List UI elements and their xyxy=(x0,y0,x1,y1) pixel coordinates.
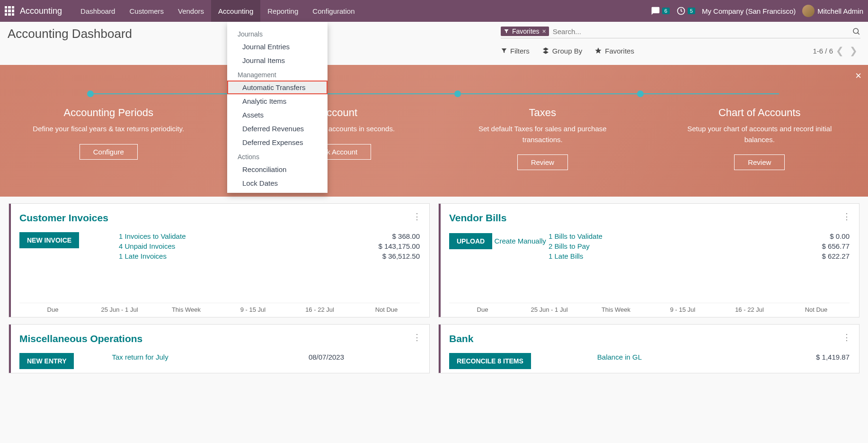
card-title[interactable]: Customer Invoices xyxy=(19,212,420,224)
dropdown-section-management: Management xyxy=(227,67,328,81)
funnel-icon xyxy=(504,28,509,34)
favorites-button[interactable]: Favorites xyxy=(594,47,634,55)
metric-link[interactable]: 2 Bills to Pay xyxy=(549,242,590,250)
nav-dashboard[interactable]: Dashboard xyxy=(73,0,122,22)
new-entry-button[interactable]: NEW ENTRY xyxy=(19,353,74,369)
chart-labels: Due 25 Jun - 1 Jul This Week 9 - 15 Jul … xyxy=(449,306,850,313)
pager-text: 1-6 / 6 xyxy=(813,47,833,55)
nav-accounting[interactable]: Accounting xyxy=(211,0,260,22)
card-menu-icon[interactable]: ⋮ xyxy=(413,211,422,222)
configure-button[interactable]: Configure xyxy=(80,144,138,160)
company-switcher[interactable]: My Company (San Francisco) xyxy=(702,7,796,15)
metric-link[interactable]: 1 Late Invoices xyxy=(119,252,167,260)
search-chip-favorites[interactable]: Favorites × xyxy=(501,27,549,36)
new-invoice-button[interactable]: NEW INVOICE xyxy=(19,232,79,248)
svg-point-1 xyxy=(853,28,859,34)
user-menu[interactable]: Mitchell Admin xyxy=(802,5,863,17)
accounting-dropdown: Journals Journal Entries Journal Items M… xyxy=(227,22,328,193)
cards-row-2: ⋮ Miscellaneous Operations NEW ENTRY Tax… xyxy=(0,317,868,373)
card-title[interactable]: Miscellaneous Operations xyxy=(19,333,420,344)
groupby-button[interactable]: Group By xyxy=(542,47,582,55)
menu-journal-items[interactable]: Journal Items xyxy=(227,54,328,67)
menu-assets[interactable]: Assets xyxy=(227,108,328,122)
create-manually-link[interactable]: Create Manually xyxy=(495,237,546,245)
dropdown-section-journals: Journals xyxy=(227,27,328,40)
star-icon xyxy=(594,47,602,54)
balance-value: $ 1,419.87 xyxy=(816,353,850,369)
banner-close-icon[interactable]: × xyxy=(855,70,861,82)
activities-button[interactable]: 5 xyxy=(676,6,695,16)
messages-button[interactable]: 6 xyxy=(651,6,670,16)
banner-step-coa: Chart of Accounts Setup your chart of ac… xyxy=(651,65,868,197)
card-title[interactable]: Vendor Bills xyxy=(449,212,850,224)
pager-next[interactable]: ❯ xyxy=(847,45,860,56)
card-menu-icon[interactable]: ⋮ xyxy=(842,211,851,222)
card-title[interactable]: Bank xyxy=(449,333,850,344)
dropdown-section-actions: Actions xyxy=(227,149,328,163)
menu-journal-entries[interactable]: Journal Entries xyxy=(227,40,328,54)
menu-reconciliation[interactable]: Reconciliation xyxy=(227,163,328,176)
chat-icon xyxy=(651,6,660,16)
clock-icon xyxy=(676,6,686,16)
menu-deferred-expenses[interactable]: Deferred Expenses xyxy=(227,136,328,149)
search-icon[interactable] xyxy=(852,27,860,36)
filters-button[interactable]: Filters xyxy=(501,47,530,55)
customer-invoices-card: ⋮ Customer Invoices NEW INVOICE 1 Invoic… xyxy=(9,203,430,317)
layers-icon xyxy=(542,47,549,54)
metric-link[interactable]: 1 Invoices to Validate xyxy=(119,232,186,240)
reconcile-button[interactable]: RECONCILE 8 ITEMS xyxy=(449,353,531,369)
funnel-icon xyxy=(501,47,507,54)
messages-badge: 6 xyxy=(662,8,670,14)
menu-automatic-transfers[interactable]: Automatic Transfers xyxy=(227,81,328,94)
tax-return-date: 08/07/2023 xyxy=(309,353,420,369)
tax-return-link[interactable]: Tax return for July xyxy=(74,353,308,369)
apps-icon[interactable] xyxy=(5,6,14,16)
review-taxes-button[interactable]: Review xyxy=(517,154,568,170)
review-coa-button[interactable]: Review xyxy=(734,154,785,170)
cards-row-1: ⋮ Customer Invoices NEW INVOICE 1 Invoic… xyxy=(0,197,868,317)
metric-link[interactable]: 4 Unpaid Invoices xyxy=(119,242,175,250)
control-row: Accounting Dashboard Favorites × Filters… xyxy=(0,22,868,56)
metric-link[interactable]: 1 Late Bills xyxy=(549,252,583,260)
page-title: Accounting Dashboard xyxy=(8,27,132,41)
banner-step-taxes: Taxes Set default Taxes for sales and pu… xyxy=(434,65,651,197)
vendor-bills-card: ⋮ Vendor Bills UPLOAD Create Manually 1 … xyxy=(438,203,859,317)
filter-row: Filters Group By Favorites 1-6 / 6 ❮ ❯ xyxy=(501,45,860,56)
pager: 1-6 / 6 ❮ ❯ xyxy=(813,45,860,56)
menu-analytic-items[interactable]: Analytic Items xyxy=(227,94,328,108)
activities-badge: 5 xyxy=(688,8,695,14)
card-menu-icon[interactable]: ⋮ xyxy=(842,332,851,343)
search-area: Favorites × Filters Group By Favorites 1… xyxy=(501,27,860,56)
bank-card: ⋮ Bank RECONCILE 8 ITEMS Balance in GL $… xyxy=(438,324,859,373)
card-menu-icon[interactable]: ⋮ xyxy=(413,332,422,343)
vendor-chart xyxy=(449,268,850,303)
balance-link[interactable]: Balance in GL xyxy=(531,353,816,369)
chip-remove-icon[interactable]: × xyxy=(542,27,546,35)
nav-configuration[interactable]: Configuration xyxy=(305,0,362,22)
topnav: Accounting Dashboard Customers Vendors A… xyxy=(0,0,868,22)
chart-labels: Due 25 Jun - 1 Jul This Week 9 - 15 Jul … xyxy=(19,306,420,313)
avatar xyxy=(802,5,815,17)
search-input[interactable] xyxy=(553,27,852,36)
onboarding-banner: × Accounting Periods Define your fiscal … xyxy=(0,65,868,197)
nav-customers[interactable]: Customers xyxy=(122,0,171,22)
menu-deferred-revenues[interactable]: Deferred Revenues xyxy=(227,122,328,136)
menu-lock-dates[interactable]: Lock Dates xyxy=(227,176,328,190)
pager-prev[interactable]: ❮ xyxy=(833,45,847,56)
search-box: Favorites × xyxy=(501,27,860,38)
banner-step-periods: Accounting Periods Define your fiscal ye… xyxy=(0,65,217,197)
upload-button[interactable]: UPLOAD xyxy=(449,233,492,249)
brand: Accounting xyxy=(20,6,62,16)
customer-chart xyxy=(19,268,420,303)
user-name: Mitchell Admin xyxy=(817,7,863,15)
nav-vendors[interactable]: Vendors xyxy=(171,0,211,22)
nav-reporting[interactable]: Reporting xyxy=(260,0,305,22)
misc-operations-card: ⋮ Miscellaneous Operations NEW ENTRY Tax… xyxy=(9,324,430,373)
metric-link[interactable]: 1 Bills to Validate xyxy=(549,232,602,240)
